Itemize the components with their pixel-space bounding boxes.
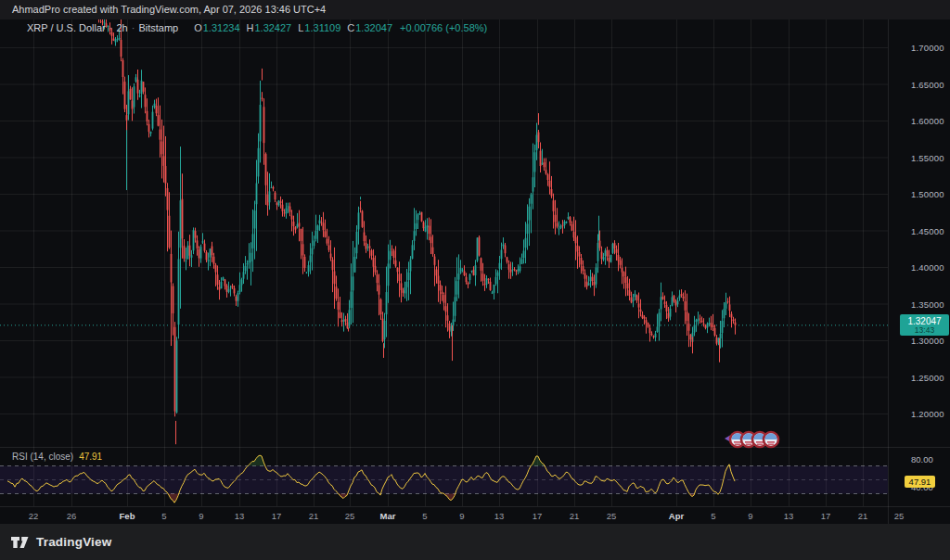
- exchange-label: Bitstamp: [138, 22, 178, 33]
- price-axis-label: 1.20000: [911, 409, 944, 419]
- sticker-emoji-stripe: [735, 444, 740, 445]
- price-axis-label: 1.55000: [911, 152, 944, 162]
- rsi-value-badge: 47.91: [905, 476, 935, 488]
- attribution-text: AhmadPro created with TradingView.com, A…: [12, 0, 326, 19]
- time-axis-label: 17: [533, 511, 543, 521]
- symbol-legend[interactable]: XRP / U.S. Dollar·2h·BitstampO1.31234H1.…: [27, 21, 487, 34]
- time-axis-label: 13: [784, 511, 794, 521]
- time-axis-label: 25: [345, 511, 355, 521]
- time-axis-label: Apr: [669, 511, 684, 521]
- time-axis-label: 5: [422, 511, 427, 521]
- price-axis-label: 1.50000: [911, 189, 944, 199]
- sticker-emoji-stripe: [734, 441, 741, 442]
- rsi-overbought-fill: [531, 456, 545, 466]
- rsi-overbought-fill: [248, 455, 265, 465]
- price-axis-label: 1.35000: [911, 299, 944, 309]
- time-axis-label: 13: [494, 511, 505, 521]
- chart-canvas[interactable]: [0, 0, 950, 560]
- price-axis-label: 1.70000: [911, 43, 944, 53]
- price-axis-label: 1.65000: [911, 79, 944, 89]
- time-axis-label: Mar: [380, 511, 396, 521]
- sticker-emoji-stripe: [757, 444, 763, 445]
- time-axis-label: 21: [858, 511, 868, 521]
- sticker-emoji-stripe: [768, 444, 774, 445]
- rsi-band-fill: [0, 466, 888, 494]
- time-axis-label: 25: [607, 511, 617, 521]
- price-axis-label: 1.40000: [911, 262, 944, 273]
- change-value: +0.00766 (+0.58%): [400, 22, 487, 33]
- rsi-legend[interactable]: RSI (14, close)47.91: [12, 452, 102, 462]
- tradingview-logo-icon[interactable]: [11, 536, 29, 549]
- sticker-emoji-stripe: [767, 441, 775, 442]
- price-axis-label: 1.25000: [911, 372, 944, 382]
- price-axis-label: 1.60000: [911, 116, 944, 126]
- emoji-sticker-cluster[interactable]: [725, 432, 778, 447]
- open-label: O: [194, 22, 202, 33]
- legend-separator: ·: [128, 22, 139, 33]
- tradingview-snapshot: AhmadPro created with TradingView.com, A…: [0, 0, 950, 560]
- time-axis-label: 21: [309, 511, 319, 521]
- time-axis-label: 13: [235, 511, 245, 521]
- high-label: H: [247, 22, 254, 33]
- time-axis-label: 9: [748, 511, 752, 521]
- time-axis-label: 9: [199, 511, 203, 521]
- time-axis-label: 25: [894, 511, 905, 521]
- time-axis-label: Feb: [120, 511, 135, 521]
- sticker-emoji-stripe: [746, 444, 751, 445]
- tradingview-wordmark[interactable]: TradingView: [36, 535, 111, 549]
- close-value: 1.32047: [355, 22, 392, 33]
- time-axis-label: 21: [570, 511, 580, 521]
- time-axis-label: 17: [821, 511, 831, 521]
- bar-countdown: 13:43: [915, 326, 934, 335]
- candlestick-series: [96, 11, 737, 444]
- time-axis-label: 22: [29, 511, 39, 521]
- symbol-title: XRP / U.S. Dollar: [27, 22, 106, 33]
- interval-label: 2h: [116, 22, 127, 33]
- close-label: C: [347, 22, 354, 33]
- rsi-axis-label: 80.00: [911, 454, 933, 465]
- open-value: 1.31234: [203, 22, 240, 33]
- sticker-emoji-stripe: [745, 441, 752, 442]
- rsi-label: RSI (14, close): [12, 452, 73, 462]
- low-label: L: [298, 22, 303, 33]
- time-axis-label: 5: [161, 511, 166, 521]
- time-axis-label: 26: [67, 511, 77, 521]
- ohlc-values: O1.31234H1.32427L1.31109C1.32047+0.00766…: [187, 22, 487, 33]
- price-axis-label: 1.30000: [911, 336, 944, 346]
- price-axis-label: 1.45000: [911, 225, 944, 235]
- sticker-emoji-stripe: [756, 441, 764, 442]
- high-value: 1.32427: [254, 22, 291, 33]
- time-axis-label: 5: [711, 511, 715, 521]
- time-axis-label: 17: [272, 511, 282, 521]
- current-price-badge: 1.32047 13:43: [900, 314, 949, 336]
- legend-separator: ·: [106, 22, 117, 33]
- footer-bar: TradingView: [0, 524, 950, 560]
- low-value: 1.31109: [304, 22, 340, 33]
- time-axis-label: 9: [459, 511, 464, 521]
- rsi-value: 47.91: [79, 452, 102, 462]
